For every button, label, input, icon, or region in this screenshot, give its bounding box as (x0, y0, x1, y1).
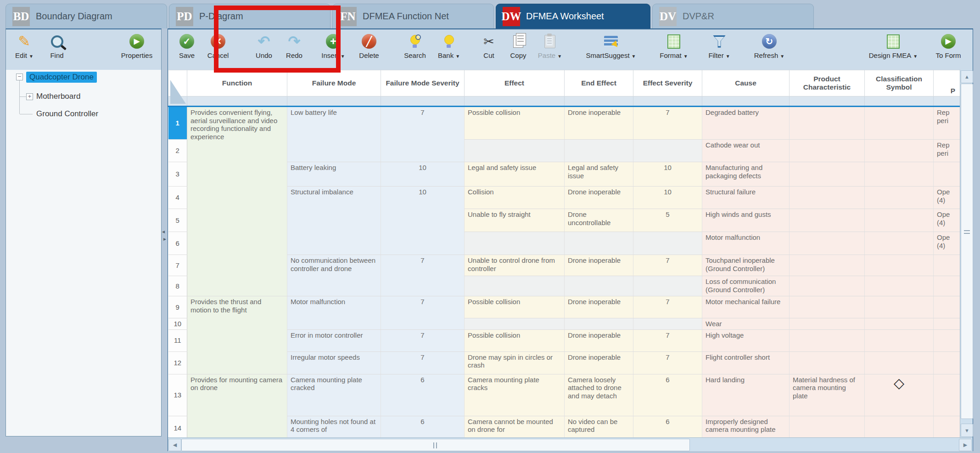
properties-button[interactable]: ▶Properties (115, 31, 159, 68)
grid-cell-p[interactable] (934, 374, 960, 416)
grid-cell-prodchar[interactable] (790, 416, 865, 437)
grid-cell-fmsev[interactable]: 7 (381, 351, 465, 374)
grid-cell-fm[interactable]: Motor malfunction (287, 296, 381, 330)
grid-cell-effsev[interactable]: 6 (633, 416, 702, 437)
grid-cell-classsym[interactable] (865, 187, 934, 209)
column-header-effect[interactable]: Effect (465, 70, 565, 96)
grid-cell-endeffect[interactable]: No video can be captured (565, 416, 633, 437)
grid-cell-fmsev[interactable]: 10 (381, 187, 465, 255)
grid-cell-prodchar[interactable] (790, 209, 865, 232)
grid-cell-fmsev[interactable]: 7 (381, 107, 465, 162)
grid-cell-cause[interactable]: Improperly designed camera mounting plat… (702, 416, 790, 437)
grid-cell-effsev[interactable] (633, 318, 702, 330)
grid-cell-classsym[interactable] (865, 140, 934, 162)
delete-button[interactable]: ╱Delete (347, 31, 391, 68)
grid-cell-p[interactable]: Ope (4) (934, 187, 960, 209)
grid-cell-fmsev[interactable]: 7 (381, 296, 465, 330)
grid-cell-effect[interactable]: Legal and safety issue (465, 162, 565, 187)
grid-cell-effect[interactable]: Possible collision (465, 329, 565, 351)
grid-cell-classsym[interactable] (865, 416, 934, 437)
horizontal-scrollbar[interactable]: ◀ ▶ (168, 437, 973, 451)
grid-cell-classsym[interactable] (865, 255, 934, 276)
grid-cell-prodchar[interactable] (790, 140, 865, 162)
grid-cell-effect[interactable] (465, 318, 565, 330)
grid-cell-prodchar[interactable] (790, 296, 865, 318)
grid-cell-p[interactable]: Rep peri (934, 140, 960, 162)
grid-cell-function[interactable]: Provides for mounting camera on drone (187, 374, 287, 437)
refresh-button[interactable]: ↻Refresh▼ (747, 31, 791, 68)
tab-p-diagram[interactable]: PDP-Diagram (169, 4, 330, 28)
grid-cell-classsym[interactable] (865, 318, 934, 330)
grid-cell-cause[interactable]: Loss of communication (Ground Controller… (702, 276, 790, 296)
grid-cell-effect[interactable] (465, 276, 565, 296)
format-button[interactable]: Format▼ (652, 31, 696, 68)
grid-cell-effsev[interactable] (633, 276, 702, 296)
select-all-corner[interactable] (168, 70, 187, 96)
grid-cell-fm[interactable]: Irregular motor speeds (287, 351, 381, 374)
grid-cell-p[interactable] (934, 255, 960, 276)
grid-cell-effsev[interactable]: 7 (633, 296, 702, 318)
row-number[interactable]: 7 (168, 255, 187, 276)
grid-cell-fm[interactable]: Mounting holes not found at 4 corners of (287, 416, 381, 437)
filter-cell[interactable] (565, 96, 633, 107)
grid-cell-effsev[interactable]: 7 (633, 351, 702, 374)
grid-cell-cause[interactable]: Degraded battery (702, 107, 790, 140)
grid-cell-cause[interactable]: Motor malfunction (702, 232, 790, 255)
filter-cell[interactable] (465, 96, 565, 107)
grid-cell-prodchar[interactable] (790, 351, 865, 374)
row-number[interactable]: 3 (168, 162, 187, 187)
grid-cell-prodchar[interactable] (790, 187, 865, 209)
grid-cell-effect[interactable]: Unable to control drone from controller (465, 255, 565, 276)
grid-cell-fmsev[interactable]: 6 (381, 416, 465, 437)
filter-cell[interactable] (187, 96, 287, 107)
grid-cell-cause[interactable]: High winds and gusts (702, 209, 790, 232)
tab-dfmea-function-net[interactable]: FNDFMEA Function Net (332, 4, 494, 28)
grid-cell-classsym[interactable] (865, 351, 934, 374)
grid-cell-p[interactable]: Rep peri (934, 107, 960, 140)
grid-cell-classsym[interactable] (865, 232, 934, 255)
grid-cell-p[interactable] (934, 276, 960, 296)
scroll-down-icon[interactable]: ▼ (961, 424, 973, 437)
grid-cell-fmsev[interactable]: 6 (381, 374, 465, 416)
expand-icon[interactable]: + (26, 93, 33, 100)
column-header-cause[interactable]: Cause (702, 70, 790, 96)
row-number[interactable]: 4 (168, 187, 187, 209)
tab-boundary-diagram[interactable]: BDBoundary Diagram (6, 4, 167, 28)
grid-cell-prodchar[interactable] (790, 255, 865, 276)
filter-button[interactable]: Filter▼ (697, 31, 741, 68)
grid-cell-classsym[interactable] (865, 296, 934, 318)
grid-cell-effect[interactable]: Possible collision (465, 107, 565, 140)
row-number[interactable]: 2 (168, 140, 187, 162)
grid-cell-p[interactable]: Ope (4) (934, 232, 960, 255)
grid-cell-p[interactable] (934, 318, 960, 330)
row-number[interactable]: 11 (168, 329, 187, 351)
row-number[interactable]: 10 (168, 318, 187, 330)
grid-cell-endeffect[interactable]: Drone uncontrollable (565, 209, 633, 232)
grid-cell-effect[interactable]: Camera mounting plate cracks (465, 374, 565, 416)
to-form-button[interactable]: ▶To Form (926, 31, 970, 68)
grid-cell-cause[interactable]: Manufacturing and packaging defects (702, 162, 790, 187)
grid-cell-endeffect[interactable]: Legal and safety issue (565, 162, 633, 187)
grid-cell-effsev[interactable] (633, 232, 702, 255)
filter-cell[interactable] (790, 96, 865, 107)
filter-cell[interactable] (633, 96, 702, 107)
grid-cell-fm[interactable]: Structural imbalance (287, 187, 381, 255)
vertical-scroll-thumb[interactable] (961, 84, 973, 419)
smartsuggest-button[interactable]: SmartSuggest▼ (589, 31, 633, 68)
grid-cell-fm[interactable]: Low battery life (287, 107, 381, 162)
grid-cell-effsev[interactable]: 10 (633, 162, 702, 187)
design-fmea-button[interactable]: Design FMEA▼ (871, 31, 915, 68)
column-header-product-characteristic[interactable]: Product Characteristic (790, 70, 865, 96)
grid-cell-effsev[interactable]: 7 (633, 255, 702, 276)
scroll-right-icon[interactable]: ▶ (959, 439, 972, 451)
grid-cell-p[interactable] (934, 351, 960, 374)
grid-cell-cause[interactable]: Flight controller short (702, 351, 790, 374)
row-number[interactable]: 9 (168, 296, 187, 318)
grid-cell-effect[interactable] (465, 232, 565, 255)
scroll-up-icon[interactable]: ▲ (961, 70, 973, 83)
grid-cell-endeffect[interactable]: Drone inoperable (565, 187, 633, 209)
column-header-function[interactable]: Function (187, 70, 287, 96)
column-header-p[interactable]: P (934, 70, 960, 96)
grid-cell-effect[interactable]: Unable to fly straight (465, 209, 565, 232)
grid-cell-cause[interactable]: Motor mechanical failure (702, 296, 790, 318)
